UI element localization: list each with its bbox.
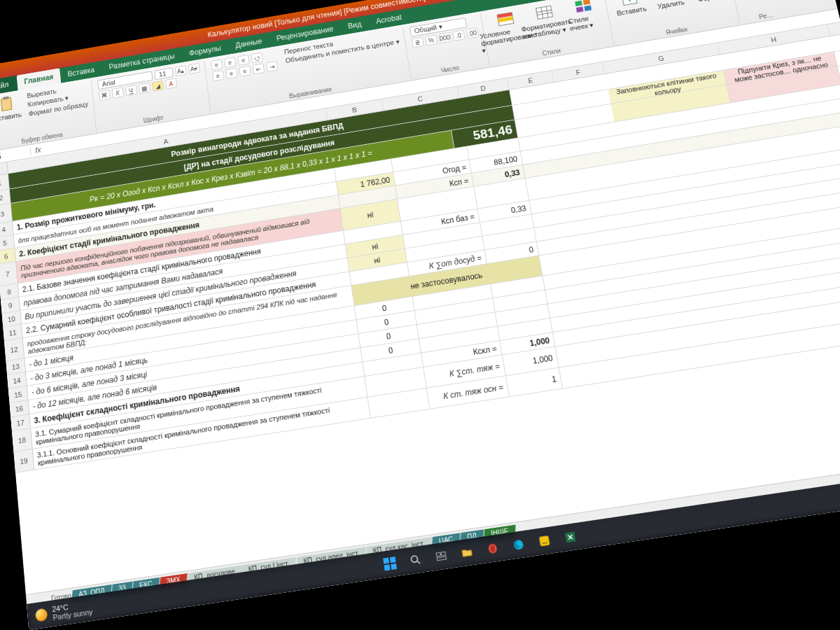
format-table-label: Форматировать как таблицу ▾ — [521, 18, 574, 41]
svg-rect-7 — [582, 0, 590, 5]
align-mid-icon[interactable]: ≡ — [224, 57, 236, 68]
currency-icon[interactable]: ₴ — [411, 37, 424, 48]
task-view-button[interactable] — [430, 545, 454, 568]
paste-button[interactable]: Вставить — [0, 93, 24, 123]
taskbar-weather[interactable]: 24°C Partly sunny — [35, 599, 93, 624]
svg-rect-15 — [441, 552, 445, 555]
align-center-icon[interactable]: ≡ — [225, 68, 237, 79]
orientation-icon[interactable]: ⭯ — [251, 52, 262, 64]
svg-rect-8 — [576, 7, 584, 13]
dec-dec-icon[interactable]: .00 — [465, 27, 478, 38]
cell-styles-icon — [573, 0, 594, 15]
cell-styles-button[interactable]: Стили ячеек ▾ — [564, 0, 605, 33]
windows-icon — [383, 556, 396, 570]
delete-cells-button[interactable]: Удалить — [650, 0, 689, 10]
align-top-icon[interactable]: ≡ — [211, 59, 223, 71]
row-head-7[interactable]: 7 — [0, 262, 18, 286]
row-head-18[interactable]: 18 — [12, 428, 33, 451]
start-button[interactable] — [379, 552, 402, 575]
format-cells-button[interactable]: Формат — [689, 0, 729, 4]
indent-dec-icon[interactable]: ⇤ — [252, 63, 265, 74]
row-head-12[interactable]: 12 — [4, 338, 24, 360]
delete-cells-label: Удалить — [657, 0, 685, 10]
excel-taskbar-icon[interactable] — [559, 525, 582, 549]
comma-icon[interactable]: 000 — [438, 32, 451, 43]
ribbon-group-number: Общий ▾ ₴ % 000 .0 .00 Число — [407, 14, 490, 78]
cell-styles-label: Стили ячеек ▾ — [568, 13, 605, 33]
paste-icon — [0, 94, 15, 113]
fx-icon[interactable]: fx — [31, 145, 46, 155]
italic-button[interactable]: К — [112, 88, 124, 99]
percent-icon[interactable]: % — [425, 34, 438, 46]
increase-font-icon[interactable]: A▴ — [174, 65, 186, 76]
format-table-icon — [533, 3, 554, 22]
svg-rect-20 — [539, 536, 550, 546]
svg-rect-14 — [436, 552, 440, 556]
format-table-button[interactable]: Форматировать как таблицу ▾ — [526, 1, 566, 39]
border-button[interactable]: ▦ — [139, 83, 150, 94]
indent-inc-icon[interactable]: ⇥ — [265, 61, 278, 72]
align-left-icon[interactable]: ≡ — [212, 70, 224, 81]
font-color-button[interactable]: A — [165, 78, 177, 90]
font-size-select[interactable]: 11 — [154, 68, 174, 80]
svg-rect-16 — [437, 556, 447, 561]
edge-icon[interactable] — [507, 533, 531, 556]
search-button[interactable] — [404, 548, 427, 572]
weather-icon — [35, 608, 48, 622]
bold-button[interactable]: Ж — [99, 90, 111, 101]
svg-rect-6 — [575, 1, 582, 6]
row-head-19[interactable]: 19 — [14, 449, 35, 472]
svg-rect-5 — [536, 6, 552, 19]
decrease-font-icon[interactable]: A▾ — [188, 63, 200, 74]
align-bot-icon[interactable]: ≡ — [237, 55, 249, 66]
svg-point-13 — [411, 556, 418, 563]
opera-icon[interactable] — [481, 537, 505, 561]
align-right-icon[interactable]: ≡ — [239, 66, 251, 77]
underline-button[interactable]: Ч — [125, 85, 137, 96]
insert-cells-label: Вставить — [616, 5, 647, 17]
svg-rect-9 — [584, 6, 592, 11]
cond-format-icon — [495, 10, 515, 29]
inc-dec-icon[interactable]: .0 — [452, 30, 465, 41]
format-cells-label: Формат — [697, 0, 724, 3]
fill-color-button[interactable]: ◢ — [152, 80, 164, 92]
insert-cells-button[interactable]: Вставить — [610, 0, 650, 18]
explorer-icon[interactable] — [455, 540, 479, 564]
app-icon[interactable] — [533, 529, 556, 553]
